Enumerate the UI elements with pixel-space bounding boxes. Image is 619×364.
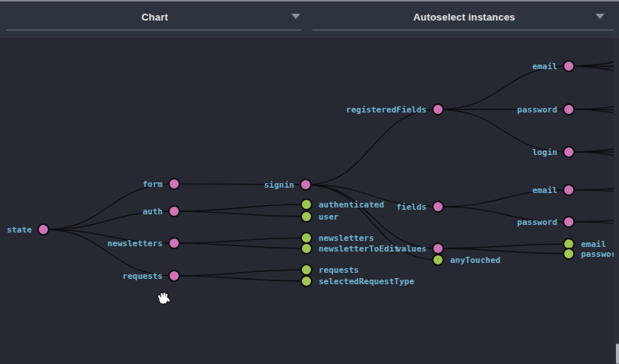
tree-node-label-state: state [7,225,32,235]
tree-link [174,238,306,243]
tree-node-requests_p[interactable] [169,271,179,281]
tree-node-fields[interactable] [433,201,443,212]
tree-link-offscreen [569,214,619,222]
tree-link [174,276,306,281]
tree-node-label-newsletters_p: newsletters [107,239,163,248]
tree-node-registeredFields[interactable] [433,104,443,115]
tree-node-label-requests_leaf: requests [319,265,359,275]
tree-node-v_email[interactable] [563,239,574,249]
chevron-down-icon [291,14,300,19]
tree-node-requests_leaf[interactable] [301,264,312,275]
tree-link [174,243,306,248]
tree-node-label-newsletters_leaf: newsletters [319,233,374,243]
tree-node-newsletterToEdit[interactable] [301,243,312,254]
devtools-chart-panel: { "toolbar": { "chart_select": "Chart", … [0,0,619,364]
tree-node-newsletters_leaf[interactable] [301,233,312,243]
tree-link-offscreen [569,93,619,109]
tree-node-label-rf_login: login [532,147,557,157]
tree-node-newsletters_p[interactable] [169,238,179,248]
tree-node-label-user: user [319,212,339,222]
toolbar: Chart Autoselect instances [0,2,619,38]
tree-link-offscreen [569,134,619,152]
tree-link-offscreen [569,66,619,93]
tree-node-label-values: values [396,244,427,254]
tree-node-label-newsletterToEdit: newsletterToEdit [319,244,399,254]
chevron-down-icon [595,14,605,19]
tree-node-v_password[interactable] [563,248,574,259]
tree-link [174,211,306,217]
tree-link-offscreen [569,152,619,172]
tree-link [438,244,569,248]
tree-link-offscreen [569,42,619,66]
tree-link [438,109,569,152]
tree-node-label-v_email: email [581,239,606,249]
tree-node-rf_password[interactable] [563,104,574,115]
tree-node-f_password[interactable] [563,217,574,227]
monitor-select[interactable]: Chart [0,2,310,38]
tree-node-signin[interactable] [300,179,311,190]
tree-node-label-rf_password: password [517,105,557,115]
tree-node-rf_login[interactable] [563,147,574,157]
tree-node-label-fields: fields [396,202,427,212]
tree-node-label-selectedRequestType: selectedRequestType [319,277,414,286]
tree-node-label-auth: auth [143,207,163,217]
tree-link [306,109,438,185]
tree-node-anyTouched[interactable] [433,255,443,265]
vertical-scrollbar-track[interactable] [614,38,619,364]
instances-select-value: Autoselect instances [413,11,515,23]
vertical-scrollbar-thumb[interactable] [616,343,619,364]
select-underline [313,30,614,30]
tree-node-rf_email[interactable] [563,61,574,71]
tree-link [438,248,569,254]
tree-link-offscreen [569,222,619,231]
tree-node-f_email[interactable] [563,185,574,195]
tree-node-form[interactable] [169,179,179,189]
instances-select[interactable]: Autoselect instances [310,2,619,38]
tree-node-label-f_email: email [532,185,557,195]
tree-link-offscreen [569,109,619,129]
tree-node-label-requests_p: requests [122,271,163,281]
tree-node-label-f_password: password [517,217,557,227]
state-tree-svg: stateformauthnewslettersrequestssigninau… [0,38,619,364]
monitor-select-value: Chart [141,11,168,23]
tree-node-label-anyTouched: anyTouched [450,255,500,265]
state-tree-chart[interactable]: stateformauthnewslettersrequestssigninau… [0,38,619,364]
tree-node-label-signin: signin [264,180,294,190]
tree-link [174,204,306,211]
tree-link-offscreen [569,190,619,196]
select-underline [6,30,301,30]
tree-link-offscreen [569,181,619,190]
tree-node-state[interactable] [38,224,49,235]
tree-link [174,270,306,276]
tree-node-auth[interactable] [169,206,179,217]
tree-node-user[interactable] [301,211,312,222]
tree-node-values[interactable] [433,243,443,254]
tree-node-label-registeredFields: registeredFields [346,105,427,115]
tree-node-label-form: form [143,179,163,189]
tree-node-authenticated[interactable] [301,199,312,210]
tree-node-label-rf_email: email [532,62,557,71]
tree-node-label-authenticated: authenticated [319,200,384,210]
tree-link [438,66,569,109]
tree-node-selectedRequestType[interactable] [301,276,312,286]
